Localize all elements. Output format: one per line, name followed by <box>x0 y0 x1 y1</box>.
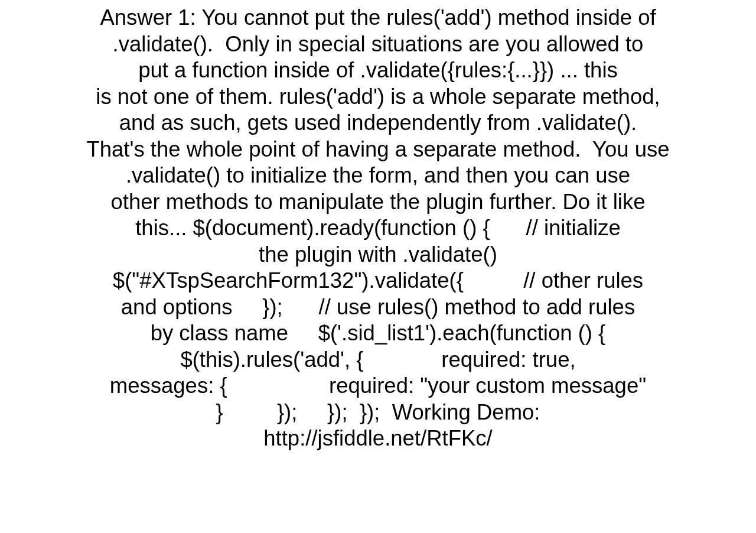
answer-text: Answer 1: You cannot put the rules('add'… <box>86 5 669 452</box>
document-container: Answer 1: You cannot put the rules('add'… <box>0 0 756 533</box>
